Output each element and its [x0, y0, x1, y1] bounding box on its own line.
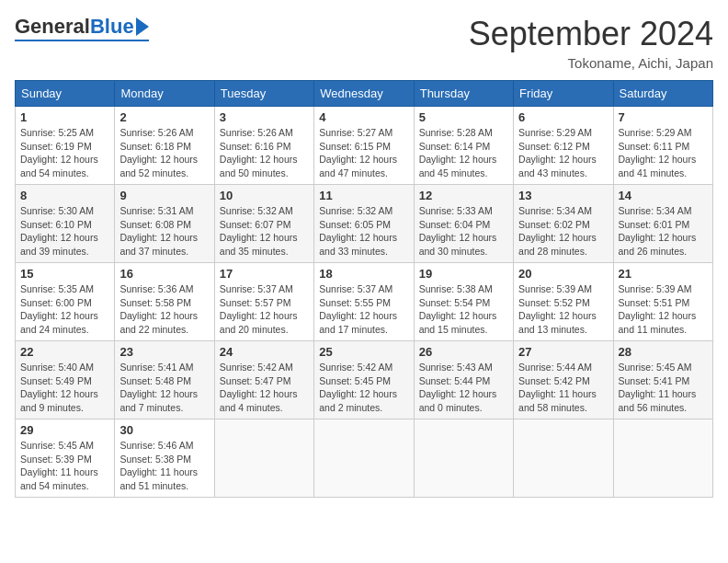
day-number: 22	[20, 345, 109, 359]
day-number: 10	[220, 189, 309, 202]
calendar-cell	[214, 419, 313, 498]
calendar-header-row: SundayMondayTuesdayWednesdayThursdayFrid…	[16, 81, 713, 107]
day-number: 23	[119, 345, 209, 359]
calendar-cell: 12Sunrise: 5:33 AM Sunset: 6:04 PM Dayli…	[414, 185, 513, 263]
logo-underline	[15, 40, 149, 41]
calendar-cell: 25Sunrise: 5:42 AM Sunset: 5:45 PM Dayli…	[314, 341, 414, 419]
calendar-cell	[414, 419, 513, 498]
day-number: 7	[619, 110, 708, 124]
col-header-wednesday: Wednesday	[314, 81, 414, 107]
day-detail: Sunrise: 5:34 AM Sunset: 6:01 PM Dayligh…	[619, 204, 708, 259]
calendar-cell: 13Sunrise: 5:34 AM Sunset: 6:02 PM Dayli…	[514, 185, 613, 263]
calendar-cell: 22Sunrise: 5:40 AM Sunset: 5:49 PM Dayli…	[16, 341, 115, 419]
calendar-cell: 1Sunrise: 5:25 AM Sunset: 6:19 PM Daylig…	[16, 107, 115, 185]
day-number: 13	[518, 189, 608, 202]
calendar-cell: 5Sunrise: 5:28 AM Sunset: 6:14 PM Daylig…	[414, 107, 513, 185]
calendar-cell: 30Sunrise: 5:46 AM Sunset: 5:38 PM Dayli…	[115, 419, 214, 498]
page-header: General Blue September 2024 Tokoname, Ai…	[15, 15, 713, 71]
day-detail: Sunrise: 5:25 AM Sunset: 6:19 PM Dayligh…	[20, 126, 109, 180]
calendar-cell: 10Sunrise: 5:32 AM Sunset: 6:07 PM Dayli…	[214, 185, 313, 263]
day-detail: Sunrise: 5:32 AM Sunset: 6:07 PM Dayligh…	[220, 204, 309, 259]
day-detail: Sunrise: 5:33 AM Sunset: 6:04 PM Dayligh…	[419, 204, 508, 259]
title-section: September 2024 Tokoname, Aichi, Japan	[469, 15, 713, 71]
week-row-5: 29Sunrise: 5:45 AM Sunset: 5:39 PM Dayli…	[16, 419, 713, 498]
day-detail: Sunrise: 5:26 AM Sunset: 6:18 PM Dayligh…	[119, 126, 209, 180]
day-detail: Sunrise: 5:36 AM Sunset: 5:58 PM Dayligh…	[119, 282, 209, 337]
calendar-cell: 2Sunrise: 5:26 AM Sunset: 6:18 PM Daylig…	[115, 107, 214, 185]
day-number: 5	[419, 110, 508, 124]
calendar-cell: 9Sunrise: 5:31 AM Sunset: 6:08 PM Daylig…	[115, 185, 214, 263]
calendar-cell: 16Sunrise: 5:36 AM Sunset: 5:58 PM Dayli…	[115, 263, 214, 341]
calendar-cell: 28Sunrise: 5:45 AM Sunset: 5:41 PM Dayli…	[613, 341, 712, 419]
day-detail: Sunrise: 5:37 AM Sunset: 5:57 PM Dayligh…	[220, 282, 309, 337]
day-number: 12	[419, 189, 508, 202]
calendar-table: SundayMondayTuesdayWednesdayThursdayFrid…	[15, 80, 713, 498]
calendar-cell: 26Sunrise: 5:43 AM Sunset: 5:44 PM Dayli…	[414, 341, 513, 419]
calendar-cell: 14Sunrise: 5:34 AM Sunset: 6:01 PM Dayli…	[613, 185, 712, 263]
day-number: 6	[518, 110, 608, 124]
day-detail: Sunrise: 5:40 AM Sunset: 5:49 PM Dayligh…	[20, 361, 109, 415]
week-row-3: 15Sunrise: 5:35 AM Sunset: 6:00 PM Dayli…	[16, 263, 713, 341]
day-number: 15	[20, 267, 109, 281]
day-detail: Sunrise: 5:42 AM Sunset: 5:45 PM Dayligh…	[319, 361, 408, 415]
day-detail: Sunrise: 5:44 AM Sunset: 5:42 PM Dayligh…	[518, 361, 608, 415]
day-number: 1	[20, 110, 109, 124]
day-detail: Sunrise: 5:37 AM Sunset: 5:55 PM Dayligh…	[319, 282, 408, 337]
calendar-cell: 29Sunrise: 5:45 AM Sunset: 5:39 PM Dayli…	[16, 419, 115, 498]
day-number: 27	[518, 345, 608, 359]
day-detail: Sunrise: 5:26 AM Sunset: 6:16 PM Dayligh…	[220, 126, 309, 180]
calendar-cell: 23Sunrise: 5:41 AM Sunset: 5:48 PM Dayli…	[115, 341, 214, 419]
day-number: 30	[119, 423, 209, 437]
day-detail: Sunrise: 5:30 AM Sunset: 6:10 PM Dayligh…	[20, 204, 109, 259]
calendar-cell: 20Sunrise: 5:39 AM Sunset: 5:52 PM Dayli…	[514, 263, 613, 341]
col-header-thursday: Thursday	[414, 81, 513, 107]
day-detail: Sunrise: 5:32 AM Sunset: 6:05 PM Dayligh…	[319, 204, 408, 259]
calendar-cell: 15Sunrise: 5:35 AM Sunset: 6:00 PM Dayli…	[16, 263, 115, 341]
week-row-2: 8Sunrise: 5:30 AM Sunset: 6:10 PM Daylig…	[16, 185, 713, 263]
day-number: 17	[220, 267, 309, 281]
calendar-cell	[314, 419, 414, 498]
calendar-cell: 18Sunrise: 5:37 AM Sunset: 5:55 PM Dayli…	[314, 263, 414, 341]
day-number: 18	[319, 267, 408, 281]
day-number: 24	[220, 345, 309, 359]
day-number: 16	[119, 267, 209, 281]
col-header-tuesday: Tuesday	[214, 81, 313, 107]
day-number: 2	[119, 110, 209, 124]
day-detail: Sunrise: 5:45 AM Sunset: 5:41 PM Dayligh…	[619, 361, 708, 415]
calendar-cell: 27Sunrise: 5:44 AM Sunset: 5:42 PM Dayli…	[514, 341, 613, 419]
week-row-1: 1Sunrise: 5:25 AM Sunset: 6:19 PM Daylig…	[16, 107, 713, 185]
day-detail: Sunrise: 5:39 AM Sunset: 5:52 PM Dayligh…	[518, 282, 608, 337]
calendar-cell: 7Sunrise: 5:29 AM Sunset: 6:11 PM Daylig…	[613, 107, 712, 185]
location: Tokoname, Aichi, Japan	[469, 55, 713, 71]
day-number: 4	[319, 110, 408, 124]
day-number: 20	[518, 267, 608, 281]
day-detail: Sunrise: 5:27 AM Sunset: 6:15 PM Dayligh…	[319, 126, 408, 180]
day-number: 21	[619, 267, 708, 281]
day-detail: Sunrise: 5:29 AM Sunset: 6:12 PM Dayligh…	[518, 126, 608, 180]
day-number: 11	[319, 189, 408, 202]
calendar-cell: 6Sunrise: 5:29 AM Sunset: 6:12 PM Daylig…	[514, 107, 613, 185]
day-number: 8	[20, 189, 109, 202]
logo: General Blue	[15, 15, 149, 41]
day-detail: Sunrise: 5:41 AM Sunset: 5:48 PM Dayligh…	[119, 361, 209, 415]
day-number: 28	[619, 345, 708, 359]
logo-general: General	[15, 15, 90, 39]
logo-blue: Blue	[90, 15, 134, 39]
calendar-cell: 8Sunrise: 5:30 AM Sunset: 6:10 PM Daylig…	[16, 185, 115, 263]
day-number: 9	[119, 189, 209, 202]
day-detail: Sunrise: 5:34 AM Sunset: 6:02 PM Dayligh…	[518, 204, 608, 259]
day-detail: Sunrise: 5:28 AM Sunset: 6:14 PM Dayligh…	[419, 126, 508, 180]
day-number: 26	[419, 345, 508, 359]
day-detail: Sunrise: 5:29 AM Sunset: 6:11 PM Dayligh…	[619, 126, 708, 180]
day-detail: Sunrise: 5:31 AM Sunset: 6:08 PM Dayligh…	[119, 204, 209, 259]
day-detail: Sunrise: 5:45 AM Sunset: 5:39 PM Dayligh…	[20, 439, 109, 493]
calendar-cell: 11Sunrise: 5:32 AM Sunset: 6:05 PM Dayli…	[314, 185, 414, 263]
day-number: 3	[220, 110, 309, 124]
day-number: 19	[419, 267, 508, 281]
day-detail: Sunrise: 5:43 AM Sunset: 5:44 PM Dayligh…	[419, 361, 508, 415]
day-number: 14	[619, 189, 708, 202]
col-header-sunday: Sunday	[16, 81, 115, 107]
day-detail: Sunrise: 5:39 AM Sunset: 5:51 PM Dayligh…	[619, 282, 708, 337]
calendar-cell	[613, 419, 712, 498]
day-number: 29	[20, 423, 109, 437]
